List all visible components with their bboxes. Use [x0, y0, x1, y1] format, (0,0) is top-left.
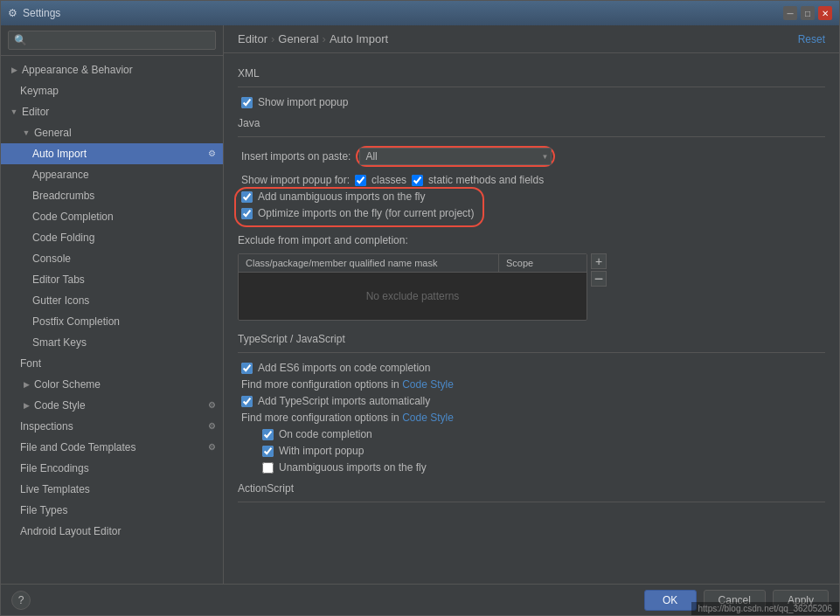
sidebar-item-label: File Encodings — [20, 460, 89, 476]
remove-pattern-button[interactable]: − — [591, 271, 607, 287]
close-button[interactable]: ✕ — [818, 6, 832, 20]
search-input[interactable] — [8, 31, 216, 50]
titlebar-title: ⚙ Settings — [8, 7, 60, 19]
sidebar-item-label: File and Code Templates — [20, 440, 136, 455]
sidebar-item-label: Code Completion — [32, 209, 114, 225]
sidebar-item-label: Gutter Icons — [32, 293, 89, 308]
help-button[interactable]: ? — [11, 591, 31, 610]
exclude-section-title: Exclude from import and completion: — [238, 234, 825, 246]
sidebar-item-file-encodings[interactable]: File Encodings — [1, 458, 223, 479]
sidebar: ▶ Appearance & Behavior Keymap ▼ Editor … — [1, 25, 224, 584]
sidebar-item-label: Smart Keys — [32, 335, 87, 350]
sidebar-item-appearance[interactable]: Appearance — [1, 164, 223, 185]
ts-unambiguous-checkbox[interactable] — [262, 462, 274, 474]
ts-find-more-2: Find more configuration options in Code … — [238, 412, 825, 424]
ts-code-style-link-1[interactable]: Code Style — [402, 378, 454, 391]
content-area: XML Show import popup Java Insert import… — [224, 53, 839, 584]
ts-on-completion-label: On code completion — [279, 428, 372, 440]
arrow-icon: ▶ — [20, 399, 32, 412]
sidebar-item-live-templates[interactable]: Live Templates — [1, 479, 223, 500]
ts-on-completion-checkbox[interactable] — [262, 429, 274, 440]
show-import-popup-row: Show import popup for: classes static me… — [238, 174, 825, 186]
add-pattern-button[interactable]: + — [591, 253, 607, 269]
optimize-imports-label: Optimize imports on the fly (for current… — [258, 207, 474, 219]
sidebar-item-console[interactable]: Console — [1, 248, 223, 269]
gear-icon: ⚙ — [208, 419, 216, 434]
sidebar-item-auto-import[interactable]: Auto Import ⚙ — [1, 143, 223, 164]
java-section-title: Java — [238, 117, 825, 129]
watermark: https://blog.csdn.net/qq_36205206 — [691, 602, 839, 615]
ts-unambiguous-label: Unambiguous imports on the fly — [279, 461, 427, 474]
reset-button[interactable]: Reset — [798, 33, 825, 45]
breadcrumb-bar: Editor › General › Auto Import Reset — [224, 25, 839, 53]
arrow-icon: ▼ — [8, 106, 20, 118]
sidebar-item-gutter-icons[interactable]: Gutter Icons — [1, 290, 223, 311]
sidebar-item-font[interactable]: Font — [1, 353, 223, 374]
sidebar-item-code-completion[interactable]: Code Completion — [1, 206, 223, 227]
ts-indented-checks: On code completion With import popup Una… — [238, 428, 825, 474]
sidebar-item-general[interactable]: ▼ General — [1, 122, 223, 143]
sidebar-item-android-layout[interactable]: Android Layout Editor — [1, 521, 223, 542]
java-divider — [238, 136, 825, 137]
sidebar-item-label: General — [34, 125, 72, 141]
settings-dialog: ⚙ Settings ─ □ ✕ ▶ Appearance & Behavior — [0, 0, 840, 616]
sidebar-item-code-folding[interactable]: Code Folding — [1, 227, 223, 248]
sidebar-item-postfix-completion[interactable]: Postfix Completion — [1, 311, 223, 332]
xml-show-import-checkbox[interactable] — [241, 97, 253, 108]
table-actions: + − — [591, 253, 607, 287]
insert-imports-select[interactable]: All Ask None — [359, 148, 552, 165]
sidebar-item-label: Breadcrumbs — [32, 188, 94, 204]
gear-icon: ⚙ — [208, 440, 216, 455]
sidebar-item-appearance-behavior[interactable]: ▶ Appearance & Behavior — [1, 59, 223, 80]
sidebar-item-label: Auto Import — [32, 146, 87, 162]
add-unambiguous-label: Add unambiguous imports on the fly — [258, 190, 425, 203]
xml-section-title: XML — [238, 67, 825, 80]
sidebar-item-keymap[interactable]: Keymap — [1, 80, 223, 101]
minimize-button[interactable]: ─ — [783, 6, 797, 20]
ts-section: TypeScript / JavaScript Add ES6 imports … — [238, 333, 825, 502]
action-script-section: ActionScript — [238, 482, 825, 502]
breadcrumb-sep-2: › — [323, 32, 326, 45]
breadcrumb-sep-1: › — [271, 32, 274, 45]
sidebar-item-breadcrumbs[interactable]: Breadcrumbs — [1, 185, 223, 206]
arrow-icon: ▶ — [20, 378, 32, 391]
arrow-icon: ▼ — [20, 127, 32, 139]
ts-add-es6-checkbox[interactable] — [241, 363, 253, 374]
ts-with-popup-label: With import popup — [279, 445, 364, 457]
sidebar-item-smart-keys[interactable]: Smart Keys — [1, 332, 223, 353]
ts-code-style-link-2[interactable]: Code Style — [402, 412, 454, 424]
add-unambiguous-checkbox[interactable] — [241, 191, 253, 203]
sidebar-item-label: Appearance & Behavior — [22, 62, 133, 78]
search-box — [1, 25, 223, 56]
sidebar-item-inspections[interactable]: Inspections ⚙ — [1, 416, 223, 437]
show-import-classes-checkbox[interactable] — [355, 175, 366, 186]
sidebar-item-file-types[interactable]: File Types — [1, 500, 223, 521]
gear-icon: ⚙ — [208, 398, 216, 413]
show-import-static-checkbox[interactable] — [412, 175, 423, 186]
sidebar-item-editor-tabs[interactable]: Editor Tabs — [1, 269, 223, 290]
sidebar-item-label: Color Scheme — [34, 377, 101, 392]
ok-button[interactable]: OK — [644, 590, 697, 611]
exclude-table-wrapper: Class/package/member qualified name mask… — [238, 253, 587, 321]
xml-show-import-label: Show import popup — [258, 96, 348, 108]
show-import-static-label: static methods and fields — [428, 174, 544, 186]
titlebar: ⚙ Settings ─ □ ✕ — [1, 1, 839, 25]
sidebar-item-color-scheme[interactable]: ▶ Color Scheme — [1, 374, 223, 395]
optimize-imports-checkbox[interactable] — [241, 208, 253, 219]
breadcrumb-part-2: General — [278, 32, 318, 45]
breadcrumb-part-1: Editor — [238, 32, 267, 45]
show-import-classes-label: classes — [371, 174, 406, 186]
ts-add-ts-checkbox[interactable] — [241, 396, 253, 407]
sidebar-item-label: Code Style — [34, 398, 86, 413]
sidebar-item-file-code-templates[interactable]: File and Code Templates ⚙ — [1, 437, 223, 458]
col-scope-header: Scope — [499, 254, 587, 272]
ts-with-popup-checkbox[interactable] — [262, 446, 274, 457]
maximize-button[interactable]: □ — [801, 6, 815, 20]
optimize-imports-row: Optimize imports on the fly (for current… — [238, 207, 481, 219]
sidebar-item-code-style[interactable]: ▶ Code Style ⚙ — [1, 395, 223, 416]
insert-imports-row: Insert imports on paste: All Ask None — [238, 146, 825, 167]
sidebar-item-editor[interactable]: ▼ Editor — [1, 101, 223, 122]
dialog-body: ▶ Appearance & Behavior Keymap ▼ Editor … — [1, 25, 839, 584]
sidebar-item-label: Inspections — [20, 419, 73, 434]
ts-add-ts-label: Add TypeScript imports automatically — [258, 395, 430, 407]
